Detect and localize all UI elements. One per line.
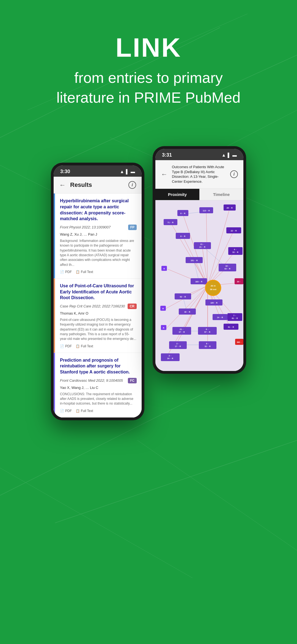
result-title-2: Use of Point-of-Care Ultrasound for Earl…	[60, 283, 137, 301]
result-abstract-3: CONCLUSIONS: The requirement of reintuba…	[60, 392, 137, 406]
svg-text:26→ R: 26→ R	[227, 207, 233, 209]
svg-text:R: R	[163, 268, 165, 270]
result-meta-2: Case Rep Crit Care 2022; 2022:7166230 CR	[60, 304, 137, 309]
wifi-icon-right: ▲	[222, 153, 226, 158]
svg-text:34→ R: 34→ R	[167, 358, 173, 359]
phone-left: 3:30 ▲ ▌ ▬ ← Results i Hyperbilirubinemi…	[51, 163, 144, 420]
svg-text:R: R	[163, 327, 164, 329]
back-button-left[interactable]: ←	[59, 181, 66, 189]
battery-icon: ▬	[131, 169, 135, 174]
svg-text:32→ R: 32→ R	[205, 345, 211, 347]
result-title-3: Prediction and prognosis of reintubation…	[60, 357, 137, 375]
fulltext-link-1[interactable]: 📋 Full Text	[76, 270, 93, 274]
result-links-1: 📄 PDF 📋 Full Text	[60, 270, 137, 274]
svg-point-71	[205, 280, 221, 296]
status-time-left: 3:30	[60, 169, 70, 174]
pdf-link-1[interactable]: 📄 PDF	[60, 270, 72, 274]
svg-line-15	[208, 231, 234, 286]
results-header-title: Results	[70, 181, 124, 189]
status-bar-right: 3:31 ▲ ▌ ▬	[155, 149, 243, 160]
network-canvas: 6→ R 113→ R 26→ R 71→ R 8→ R 22→ R 21→ 2…	[155, 200, 243, 371]
svg-text:113→ R: 113→ R	[203, 210, 210, 212]
status-icons-left: ▲ ▌ ▬	[120, 169, 135, 174]
result-journal-3: Front Cardiovasc Med 2022; 9:1004005	[60, 378, 123, 383]
pdf-icon-2: 📄	[60, 344, 64, 348]
svg-text:7→: 7→	[233, 315, 237, 316]
result-links-3: 📄 PDF 📋 Full Text	[60, 409, 137, 413]
result-item-2[interactable]: Use of Point-of-Care Ultrasound for Earl…	[54, 279, 142, 353]
info-button-right[interactable]: i	[230, 170, 238, 178]
fulltext-icon-1: 📋	[76, 270, 80, 274]
svg-line-8	[0, 468, 193, 578]
battery-icon-right: ▬	[232, 153, 237, 158]
result-authors-1: Wang Z, Xu J, … Pan J	[60, 232, 137, 236]
result-item-3[interactable]: Prediction and prognosis of reintubation…	[54, 353, 142, 417]
phone-right: 3:31 ▲ ▌ ▬ ← Outcomes of Patients With A…	[153, 146, 246, 373]
svg-text:8→  R: 8→ R	[180, 235, 185, 237]
result-badge-1: FP	[128, 225, 137, 230]
result-item-1[interactable]: Hyperbilirubinemia after surgical repair…	[54, 193, 142, 279]
result-abstract-2: Point-of-care ultrasound (POCUS) is beco…	[60, 318, 137, 342]
pdf-icon-1: 📄	[60, 270, 64, 274]
hero-section: LINK from entries to primary literature …	[0, 0, 297, 124]
svg-text:92→  R: 92→ R	[180, 296, 186, 298]
svg-text:17→ R: 17→ R	[175, 345, 181, 347]
svg-line-29	[166, 286, 208, 328]
result-journal-2: Case Rep Crit Care 2022; 2022:7166230	[60, 304, 125, 308]
status-icons-right: ▲ ▌ ▬	[222, 153, 237, 158]
svg-text:380→: 380→	[237, 341, 242, 343]
svg-text:14→  R: 14→ R	[217, 316, 223, 318]
svg-text:61→ R: 61→ R	[232, 317, 238, 319]
result-authors-2: Thomas K, Amr O	[60, 311, 137, 315]
svg-text:43→ R: 43→ R	[224, 268, 230, 270]
svg-text:8→: 8→	[206, 343, 209, 345]
info-button-left[interactable]: i	[128, 181, 136, 189]
svg-text:33→ R: 33→ R	[232, 251, 238, 253]
fulltext-icon-3: 📋	[76, 409, 80, 413]
tab-bar: Proximity Timeline	[155, 189, 243, 200]
tab-proximity[interactable]: Proximity	[155, 189, 199, 200]
svg-text:37→ R: 37→ R	[179, 331, 185, 333]
fulltext-link-2[interactable]: 📋 Full Text	[76, 344, 93, 348]
svg-text:105→ R: 105→ R	[210, 302, 218, 304]
svg-text:26 in: 26 in	[211, 285, 216, 287]
svg-text:71→ R: 71→ R	[167, 222, 174, 223]
svg-text:2→: 2→	[177, 343, 180, 345]
svg-text:151→ R: 151→ R	[191, 260, 198, 261]
svg-text:2→: 2→	[169, 355, 172, 357]
fulltext-icon-2: 📋	[76, 344, 80, 348]
tab-timeline[interactable]: Timeline	[199, 189, 243, 200]
result-title-1: Hyperbilirubinemia after surgical repair…	[60, 198, 137, 222]
svg-text:38 out: 38 out	[210, 288, 216, 291]
result-badge-2: CR	[128, 304, 137, 309]
back-button-right[interactable]: ←	[161, 170, 167, 178]
result-meta-1: Front Physiol 2022; 13:1009007 FP	[60, 225, 137, 230]
results-list: Hyperbilirubinemia after surgical repair…	[54, 193, 142, 417]
pdf-link-3[interactable]: 📄 PDF	[60, 409, 72, 413]
app-header-right: ← Outcomes of Patients With Acute Type B…	[155, 160, 243, 189]
svg-text:61→ R: 61→ R	[228, 326, 234, 328]
phones-section: 3:30 ▲ ▌ ▬ ← Results i Hyperbilirubinemi…	[0, 124, 297, 453]
fulltext-link-3[interactable]: 📋 Full Text	[76, 409, 93, 413]
svg-text:6→: 6→	[206, 328, 209, 330]
svg-text:97→ R: 97→ R	[204, 331, 210, 333]
result-badge-3: FC	[128, 378, 137, 383]
signal-icon-right: ▌	[228, 153, 231, 158]
svg-text:6→ R: 6→ R	[180, 212, 185, 214]
status-bar-left: 3:30 ▲ ▌ ▬	[54, 165, 142, 177]
svg-text:R: R	[162, 308, 164, 310]
phone-left-screen: 3:30 ▲ ▌ ▬ ← Results i Hyperbilirubinemi…	[54, 165, 142, 417]
result-links-2: 📄 PDF 📋 Full Text	[60, 344, 137, 348]
network-header-title: Outcomes of Patients With Acute Type B (…	[172, 165, 226, 184]
svg-text:21→: 21→	[180, 328, 184, 330]
svg-text:34→: 34→	[237, 281, 241, 283]
signal-icon: ▌	[126, 169, 129, 174]
network-graph: 6→ R 113→ R 26→ R 71→ R 8→ R 22→ R 21→ 2…	[155, 200, 243, 371]
pdf-link-2[interactable]: 📄 PDF	[60, 344, 72, 348]
svg-text:183→ R: 183→ R	[195, 281, 202, 283]
svg-text:18→: 18→	[226, 265, 230, 267]
app-header-left: ← Results i	[54, 177, 142, 193]
result-journal-1: Front Physiol 2022; 13:1009007	[60, 225, 111, 229]
hero-title: LINK	[22, 33, 275, 62]
svg-text:40→  R: 40→ R	[184, 311, 190, 313]
